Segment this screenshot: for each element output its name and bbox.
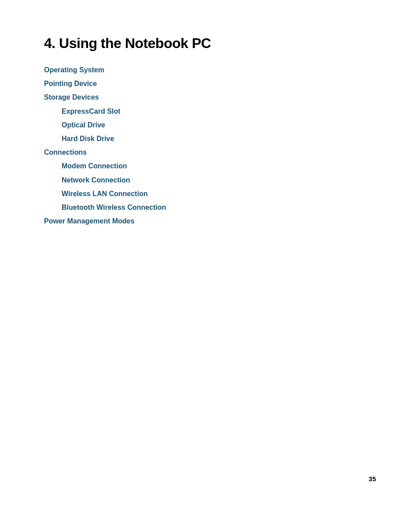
- toc-item-bluetooth-wireless-connection[interactable]: Bluetooth Wireless Connection: [44, 201, 376, 213]
- toc-item-storage-devices[interactable]: Storage Devices: [44, 91, 376, 103]
- toc-label-wireless-lan-connection: Wireless LAN Connection: [44, 188, 147, 200]
- toc-label-optical-drive: Optical Drive: [44, 119, 105, 131]
- toc-item-wireless-lan-connection[interactable]: Wireless LAN Connection: [44, 188, 376, 200]
- toc-list: Operating SystemPointing DeviceStorage D…: [44, 64, 376, 227]
- toc-item-network-connection[interactable]: Network Connection: [44, 174, 376, 186]
- chapter-title: 4. Using the Notebook PC: [44, 35, 376, 52]
- toc-item-power-management-modes[interactable]: Power Management Modes: [44, 215, 376, 227]
- toc-label-storage-devices: Storage Devices: [44, 91, 99, 103]
- page-number: 35: [368, 475, 376, 483]
- toc-item-connections[interactable]: Connections: [44, 146, 376, 158]
- toc-item-hard-disk-drive[interactable]: Hard Disk Drive: [44, 133, 376, 145]
- toc-label-expresscard-slot: ExpressCard Slot: [44, 105, 120, 117]
- toc-item-pointing-device[interactable]: Pointing Device: [44, 78, 376, 89]
- toc-label-connections: Connections: [44, 146, 87, 158]
- toc-item-operating-system[interactable]: Operating System: [44, 64, 376, 76]
- page-content: 4. Using the Notebook PC Operating Syste…: [0, 0, 420, 255]
- toc-item-expresscard-slot[interactable]: ExpressCard Slot: [44, 105, 376, 117]
- toc-label-power-management-modes: Power Management Modes: [44, 215, 134, 227]
- toc-label-operating-system: Operating System: [44, 64, 104, 76]
- toc-label-network-connection: Network Connection: [44, 174, 130, 186]
- toc-label-bluetooth-wireless-connection: Bluetooth Wireless Connection: [44, 201, 166, 213]
- toc-item-optical-drive[interactable]: Optical Drive: [44, 119, 376, 131]
- toc-label-hard-disk-drive: Hard Disk Drive: [44, 133, 114, 145]
- toc-label-modem-connection: Modem Connection: [44, 160, 127, 172]
- toc-label-pointing-device: Pointing Device: [44, 78, 97, 89]
- toc-item-modem-connection[interactable]: Modem Connection: [44, 160, 376, 172]
